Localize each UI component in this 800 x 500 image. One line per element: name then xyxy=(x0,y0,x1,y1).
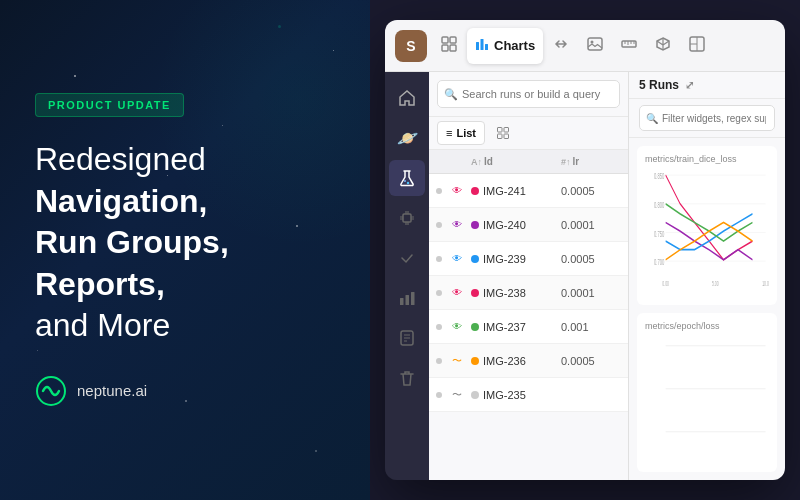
sidebar-item-report[interactable] xyxy=(389,320,425,356)
user-avatar[interactable]: S xyxy=(395,30,427,62)
right-panel: S xyxy=(370,0,800,500)
toolbar-cube-btn[interactable] xyxy=(647,28,679,64)
left-panel: PRODUCT UPDATE Redesigned Navigation, Ru… xyxy=(0,0,370,500)
toolbar-image-btn[interactable] xyxy=(579,28,611,64)
neptune-logo: neptune.ai xyxy=(35,375,335,407)
chart-card-epoch-loss: metrics/epoch/loss xyxy=(637,313,777,472)
main-area: 🪐 xyxy=(385,72,785,480)
sidebar-item-trash[interactable] xyxy=(389,360,425,396)
toolbar-icons: Charts xyxy=(433,28,775,64)
panel-icon xyxy=(689,36,705,56)
runs-count: 5 Runs ⤢ xyxy=(639,78,694,92)
table-rows: 👁 IMG-241 0.0005 👁 xyxy=(429,174,628,480)
sidebar-item-home[interactable] xyxy=(389,80,425,116)
svg-rect-36 xyxy=(497,128,502,133)
table-row[interactable]: 👁 IMG-237 0.001 xyxy=(429,310,628,344)
search-bar-container: 🔍 xyxy=(429,72,628,117)
toolbar: S xyxy=(385,20,785,72)
table-row[interactable]: 👁 IMG-240 0.0001 xyxy=(429,208,628,242)
chart-svg-train-dice-loss: 0.850 0.800 0.750 0.700 0.00 5.00 10.0 xyxy=(645,168,769,297)
charts-label: Charts xyxy=(494,38,535,53)
svg-text:0.700: 0.700 xyxy=(654,258,664,267)
svg-rect-29 xyxy=(400,298,404,305)
chart-svg-epoch-loss xyxy=(645,335,769,464)
filter-search-icon: 🔍 xyxy=(646,113,658,124)
search-input[interactable] xyxy=(437,80,620,108)
svg-point-18 xyxy=(404,180,406,182)
filter-bar: 🔍 xyxy=(629,99,785,138)
table-row[interactable]: 👁 IMG-241 0.0005 xyxy=(429,174,628,208)
col-header-id: A↑ Id xyxy=(465,154,555,169)
toolbar-panel-btn[interactable] xyxy=(681,28,713,64)
svg-rect-31 xyxy=(411,292,415,305)
svg-point-19 xyxy=(407,182,409,184)
search-icon: 🔍 xyxy=(444,88,458,101)
neptune-brand-icon xyxy=(35,375,67,407)
toolbar-compare-btn[interactable] xyxy=(545,28,577,64)
list-icon: ≡ xyxy=(446,127,452,139)
sidebar-item-check[interactable] xyxy=(389,240,425,276)
svg-text:0.750: 0.750 xyxy=(654,229,664,238)
neptune-brand-name: neptune.ai xyxy=(77,382,147,399)
chart-header: 5 Runs ⤢ xyxy=(629,72,785,99)
product-update-badge: PRODUCT UPDATE xyxy=(35,93,184,117)
content-panel: 🔍 ≡ List xyxy=(429,72,785,480)
image-icon xyxy=(587,36,603,56)
svg-rect-5 xyxy=(476,42,479,50)
svg-rect-6 xyxy=(481,39,484,50)
app-window: S xyxy=(385,20,785,480)
svg-text:0.00: 0.00 xyxy=(662,279,669,287)
sidebar-item-planet[interactable]: 🪐 xyxy=(389,120,425,156)
svg-rect-3 xyxy=(442,45,448,51)
svg-text:0.850: 0.850 xyxy=(654,172,664,181)
headline: Redesigned Navigation, Run Groups, Repor… xyxy=(35,139,335,347)
sidebar-item-chip[interactable] xyxy=(389,200,425,236)
toolbar-grid-btn[interactable] xyxy=(433,28,465,64)
ruler-icon xyxy=(621,36,637,56)
expand-icon: ⤢ xyxy=(685,79,694,92)
charts-grid: metrics/train_dice_loss 0.850 0.800 xyxy=(629,138,785,480)
svg-rect-39 xyxy=(504,134,509,139)
chart-title-train-dice-loss: metrics/train_dice_loss xyxy=(645,154,769,164)
chart-card-train-dice-loss: metrics/train_dice_loss 0.850 0.800 xyxy=(637,146,777,305)
svg-rect-7 xyxy=(485,44,488,50)
table-row[interactable]: 👁 IMG-238 0.0001 xyxy=(429,276,628,310)
cube-icon xyxy=(655,36,671,56)
chart-title-epoch-loss: metrics/epoch/loss xyxy=(645,321,769,331)
col-header-lr: #↑ lr xyxy=(555,154,625,169)
table-row[interactable]: 〜 IMG-235 xyxy=(429,378,628,412)
tab-list[interactable]: ≡ List xyxy=(437,121,485,145)
compare-icon xyxy=(553,36,569,56)
svg-text:0.800: 0.800 xyxy=(654,200,664,209)
sidebar-item-chart[interactable] xyxy=(389,280,425,316)
svg-point-9 xyxy=(591,40,594,43)
svg-rect-4 xyxy=(450,45,456,51)
sidebar-nav: 🪐 xyxy=(385,72,429,480)
table-row[interactable]: 〜 IMG-236 0.0005 xyxy=(429,344,628,378)
svg-text:5.00: 5.00 xyxy=(712,279,719,287)
view-tabs: ≡ List xyxy=(429,117,628,150)
chart-panel: 5 Runs ⤢ 🔍 metrics/train_dice_ xyxy=(629,72,785,480)
runs-panel: 🔍 ≡ List xyxy=(429,72,629,480)
svg-rect-2 xyxy=(450,37,456,43)
svg-rect-20 xyxy=(403,214,411,222)
charts-bar-icon xyxy=(475,37,489,54)
toolbar-charts-btn[interactable]: Charts xyxy=(467,28,543,64)
grid-icon xyxy=(441,36,457,56)
tab-grid[interactable] xyxy=(489,121,517,145)
filter-input[interactable] xyxy=(639,105,775,131)
toolbar-ruler-btn[interactable] xyxy=(613,28,645,64)
table-header: A↑ Id #↑ lr xyxy=(429,150,628,174)
svg-rect-8 xyxy=(588,38,602,50)
svg-rect-37 xyxy=(504,128,509,133)
svg-rect-38 xyxy=(497,134,502,139)
svg-rect-1 xyxy=(442,37,448,43)
svg-rect-30 xyxy=(406,295,410,305)
svg-text:10.0: 10.0 xyxy=(762,279,769,287)
table-row[interactable]: 👁 IMG-239 0.0005 xyxy=(429,242,628,276)
sidebar-item-flask[interactable] xyxy=(389,160,425,196)
